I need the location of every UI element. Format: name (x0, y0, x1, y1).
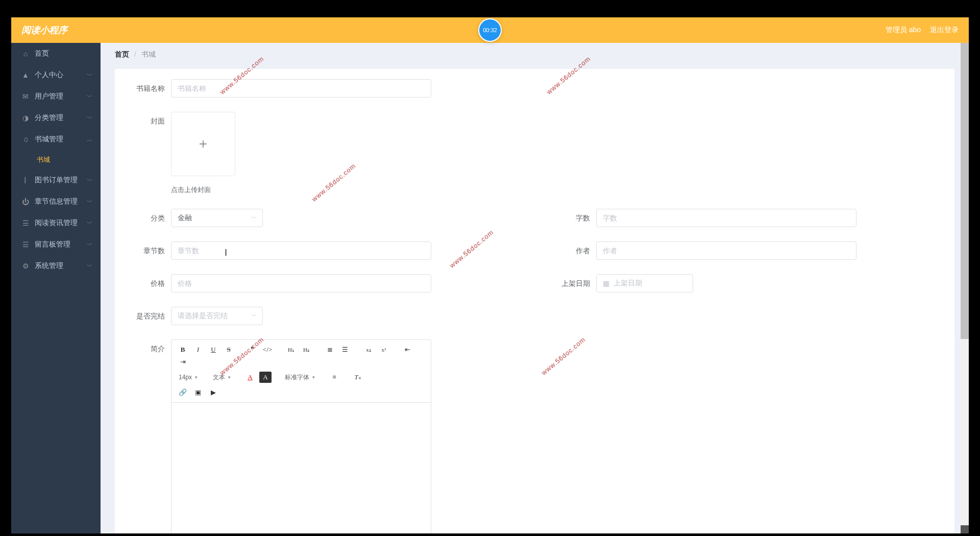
editor-content-area[interactable] (172, 403, 431, 533)
sidebar-item-label: 书城管理 (35, 135, 63, 144)
sidebar-item-bookstore-mgmt[interactable]: ♫ 书城管理 ︿ (11, 129, 101, 150)
code-button[interactable]: </> (261, 344, 274, 355)
sidebar-item-message-mgmt[interactable]: ☰ 留言板管理 ﹀ (11, 234, 101, 255)
image-button[interactable]: ▣ (192, 387, 204, 398)
sidebar-item-news-mgmt[interactable]: ☰ 阅读资讯管理 ﹀ (11, 212, 101, 234)
font-family-label: 标准字体 (285, 373, 309, 382)
bg-color-button[interactable]: A (259, 372, 272, 383)
admin-user-link[interactable]: 管理员 abo (886, 26, 921, 35)
is-complete-select[interactable]: 请选择是否完结 ﹀ (171, 307, 263, 325)
superscript-button[interactable]: x² (378, 344, 390, 355)
heading2-button[interactable]: H₂ (300, 344, 312, 355)
sidebar-item-label: 用户管理 (35, 92, 63, 101)
chevron-down-icon: ﹀ (251, 312, 257, 321)
plus-icon: + (199, 136, 207, 152)
sidebar-item-label: 留言板管理 (35, 240, 70, 249)
vertical-scrollbar-thumb[interactable] (961, 43, 969, 339)
scrollbar-corner (961, 525, 969, 533)
release-date-placeholder: 上架日期 (614, 279, 642, 288)
chevron-down-icon: ﹀ (87, 241, 92, 249)
app-header: 阅读小程序 00:32 管理员 abo 退出登录 (11, 17, 969, 43)
strikethrough-button[interactable]: S (223, 344, 235, 355)
list-icon: ☰ (21, 219, 30, 227)
text-color-button[interactable]: A (244, 372, 256, 383)
sidebar-item-label: 分类管理 (35, 113, 63, 123)
author-label: 作者 (555, 241, 596, 260)
list-icon: ☰ (21, 240, 30, 249)
select-arrow-icon: ▾ (312, 375, 315, 380)
format-label: 文本 (213, 373, 225, 382)
underline-button[interactable]: U (207, 344, 219, 355)
ordered-list-button[interactable]: ≣ (324, 344, 336, 355)
sidebar-item-label: 图书订单管理 (35, 176, 78, 185)
sidebar-item-profile[interactable]: ▲ 个人中心 ﹀ (11, 64, 101, 86)
breadcrumb-current: 书城 (141, 50, 156, 58)
font-size-label: 14px (179, 374, 192, 381)
unordered-list-button[interactable]: ☰ (339, 344, 351, 355)
chevron-down-icon: ﹀ (87, 177, 92, 184)
select-arrow-icon: ▾ (195, 375, 198, 380)
sidebar-item-label: 阅读资讯管理 (35, 218, 78, 228)
mic-icon: ◑ (21, 114, 30, 122)
author-input[interactable] (596, 241, 856, 260)
sidebar-subitem-bookstore[interactable]: 书城 (11, 150, 101, 169)
word-count-label: 字数 (555, 209, 596, 227)
subscript-button[interactable]: x₂ (362, 344, 375, 355)
outdent-button[interactable]: ⇥ (177, 356, 189, 368)
sidebar-item-order-mgmt[interactable]: 𝍩 图书订单管理 ﹀ (11, 169, 101, 191)
power-icon: ⏻ (21, 198, 30, 206)
sidebar-item-system-mgmt[interactable]: ⚙ 系统管理 ﹀ (11, 255, 101, 277)
release-date-input[interactable]: ▦ 上架日期 (596, 274, 693, 293)
breadcrumb: 首页 / 书城 (101, 43, 969, 66)
quote-button[interactable]: ❞ (246, 344, 258, 355)
font-size-select[interactable]: 14px ▾ (177, 372, 200, 383)
book-name-label: 书籍名称 (130, 79, 171, 98)
sidebar-item-label: 个人中心 (35, 70, 63, 80)
book-name-input[interactable] (171, 79, 431, 98)
breadcrumb-home[interactable]: 首页 (115, 50, 129, 58)
cover-upload[interactable]: + (171, 112, 235, 176)
category-selected: 金融 (178, 213, 192, 223)
app-logo: 阅读小程序 (21, 24, 67, 36)
select-arrow-icon: ▾ (228, 375, 231, 380)
sidebar-item-category-mgmt[interactable]: ◑ 分类管理 ﹀ (11, 107, 101, 129)
sidebar-item-user-mgmt[interactable]: ✉ 用户管理 ﹀ (11, 86, 101, 107)
release-date-label: 上架日期 (555, 274, 596, 293)
bell-icon: ♫ (21, 135, 30, 143)
chevron-down-icon: ﹀ (251, 214, 257, 223)
chevron-down-icon: ﹀ (87, 93, 92, 101)
clear-format-button[interactable]: Tₓ (352, 372, 364, 383)
video-button[interactable]: ▶ (207, 387, 219, 398)
calendar-icon: ▦ (603, 279, 609, 287)
chevron-up-icon: ︿ (87, 136, 92, 143)
link-button[interactable]: 🔗 (177, 387, 189, 398)
logout-button[interactable]: 退出登录 (930, 26, 959, 35)
category-label: 分类 (130, 209, 171, 227)
is-complete-label: 是否完结 (130, 307, 171, 325)
gear-icon: ⚙ (21, 262, 30, 270)
sidebar-item-chapter-mgmt[interactable]: ⏻ 章节信息管理 ﹀ (11, 191, 101, 212)
chevron-down-icon: ﹀ (87, 262, 92, 270)
word-count-input[interactable] (596, 209, 856, 227)
format-select[interactable]: 文本 ▾ (211, 372, 233, 383)
sidebar: ⌂ 首页 ▲ 个人中心 ﹀ ✉ 用户管理 ﹀ ◑ 分类管理 ﹀ ♫ 书城管理 ︿ (11, 43, 101, 533)
book-form: 书籍名称 封面 + 点击上传封面 (115, 69, 954, 533)
category-select[interactable]: 金融 ﹀ (171, 209, 263, 227)
editor-toolbar: B I U S ❞ </> H₁ H₂ (172, 340, 431, 403)
cover-upload-hint: 点击上传封面 (171, 185, 431, 194)
timer-badge: 00:32 (478, 18, 502, 42)
intro-label: 简介 (130, 339, 171, 358)
sidebar-item-label: 系统管理 (35, 261, 63, 271)
bold-button[interactable]: B (177, 344, 189, 355)
home-icon: ⌂ (21, 50, 30, 58)
font-family-select[interactable]: 标准字体 ▾ (283, 372, 317, 383)
sidebar-item-home[interactable]: ⌂ 首页 (11, 43, 101, 64)
italic-button[interactable]: I (192, 344, 204, 355)
indent-button[interactable]: ⇤ (401, 344, 413, 355)
sidebar-subitem-label: 书城 (37, 155, 50, 164)
align-button[interactable]: ≡ (328, 372, 340, 383)
chapter-count-input[interactable] (171, 241, 431, 260)
chevron-down-icon: ﹀ (87, 114, 92, 122)
heading1-button[interactable]: H₁ (285, 344, 297, 355)
price-input[interactable] (171, 274, 431, 293)
